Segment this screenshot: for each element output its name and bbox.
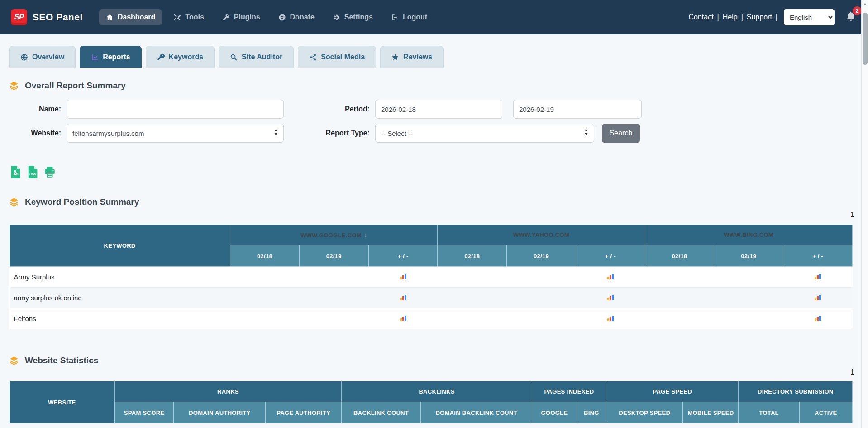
engine-link[interactable]: WWW.GOOGLE.COM <box>300 232 362 239</box>
engine-header-yahoo: WWW.YAHOO.COM <box>438 225 645 245</box>
tab-site-auditor[interactable]: Site Auditor <box>219 46 294 68</box>
main-nav: Dashboard Tools Plugins Donate Settings … <box>99 9 434 25</box>
position-cell <box>299 288 368 308</box>
diff-cell <box>576 267 645 288</box>
page-number[interactable]: 1 <box>850 211 854 218</box>
position-chart-icon[interactable] <box>607 293 614 301</box>
website-statistics-table: WEBSITE RANKS BACKLINKS PAGES INDEXED PA… <box>9 381 853 423</box>
scroll-up-arrow[interactable]: ▲ <box>862 0 868 7</box>
nav-item-logout[interactable]: Logout <box>384 9 434 25</box>
tab-label: Site Auditor <box>242 53 282 61</box>
layers-icon <box>9 197 19 207</box>
chart-line-icon <box>91 53 99 61</box>
search-button[interactable]: Search <box>602 124 640 143</box>
group-header-pages-indexed: PAGES INDEXED <box>532 381 606 402</box>
position-chart-icon[interactable] <box>814 273 821 280</box>
language-select[interactable]: English <box>784 9 835 25</box>
nav-item-plugins[interactable]: Plugins <box>215 9 267 25</box>
date-column-header: 02/18 <box>438 245 507 267</box>
position-cell <box>299 308 368 329</box>
website-statistics-heading: Website Statistics <box>9 356 859 365</box>
tab-label: Reviews <box>403 53 432 61</box>
position-chart-icon[interactable] <box>607 314 614 322</box>
diff-cell <box>368 308 438 329</box>
stat-column-header: SPAM SCORE <box>114 402 173 423</box>
position-cell <box>230 267 300 288</box>
page-scrollbar[interactable]: ▲ <box>861 0 868 428</box>
tab-reviews[interactable]: Reviews <box>380 46 444 68</box>
name-label: Name: <box>0 105 61 113</box>
star-icon <box>391 53 399 61</box>
nav-item-label: Tools <box>185 13 204 21</box>
tab-reports[interactable]: Reports <box>80 46 141 68</box>
scrollbar-thumb[interactable] <box>863 13 868 65</box>
print-button[interactable] <box>43 165 56 179</box>
position-chart-icon[interactable] <box>400 293 407 301</box>
group-header-ranks: RANKS <box>114 381 341 402</box>
nav-item-tools[interactable]: Tools <box>167 9 210 25</box>
diff-cell <box>783 267 853 288</box>
period-from-input[interactable] <box>375 100 502 119</box>
position-chart-icon[interactable] <box>607 273 614 280</box>
link-separator: | <box>741 13 743 21</box>
engine-link[interactable]: WWW.BING.COM <box>724 231 773 238</box>
export-pdf-button[interactable]: P <box>9 165 22 179</box>
report-tabs: Overview Reports Keywords Site Auditor S… <box>9 46 859 68</box>
brand[interactable]: SP SEO Panel <box>11 9 83 25</box>
date-column-header: 02/18 <box>230 245 300 267</box>
keyword-position-table: KEYWORD WWW.GOOGLE.COM↓ WWW.YAHOO.COM WW… <box>9 224 853 329</box>
page-number[interactable]: 1 <box>850 368 854 376</box>
date-column-header: 02/18 <box>645 245 714 267</box>
nav-item-donate[interactable]: Donate <box>272 9 321 25</box>
diff-cell <box>368 288 438 308</box>
website-select[interactable]: feltonsarmysurplus.com <box>67 124 284 143</box>
stat-column-header: DOMAIN AUTHORITY <box>174 402 266 423</box>
position-cell <box>714 288 783 308</box>
position-cell <box>645 288 714 308</box>
position-chart-icon[interactable] <box>814 314 821 322</box>
table-row: Army Surplus <box>10 267 853 288</box>
support-link[interactable]: Support <box>747 13 772 21</box>
period-label: Period: <box>303 105 370 113</box>
sort-desc-icon: ↓ <box>364 231 367 239</box>
nav-item-settings[interactable]: Settings <box>326 9 380 25</box>
layers-icon <box>9 81 19 91</box>
navbar-right: Contact | Help | Support | English 2 <box>688 9 856 25</box>
tab-overview[interactable]: Overview <box>9 46 76 68</box>
stat-column-header: PAGE AUTHORITY <box>266 402 342 423</box>
position-chart-icon[interactable] <box>814 293 821 301</box>
tab-social-media[interactable]: Social Media <box>298 46 376 68</box>
nav-item-label: Dashboard <box>118 13 156 21</box>
export-csv-button[interactable]: CSV <box>26 165 39 179</box>
position-cell <box>714 308 783 329</box>
stat-column-header: DOMAIN BACKLINK COUNT <box>421 402 532 423</box>
link-separator: | <box>776 13 777 21</box>
position-cell <box>230 288 300 308</box>
position-chart-icon[interactable] <box>400 273 407 280</box>
report-type-label: Report Type: <box>303 129 370 137</box>
position-chart-icon[interactable] <box>400 314 407 322</box>
tab-keywords[interactable]: Keywords <box>146 46 215 68</box>
tab-label: Reports <box>103 53 130 61</box>
keyword-position-summary-heading: Keyword Position Summary <box>9 197 859 207</box>
keyword-cell: Army Surplus <box>10 267 230 288</box>
notifications-button[interactable]: 2 <box>845 11 856 24</box>
tab-label: Overview <box>32 53 64 61</box>
engine-link[interactable]: WWW.YAHOO.COM <box>513 231 569 238</box>
nav-item-dashboard[interactable]: Dashboard <box>99 9 162 25</box>
globe-icon <box>20 53 28 61</box>
top-navbar: SP SEO Panel Dashboard Tools Plugins Don… <box>0 0 868 34</box>
brand-name: SEO Panel <box>33 12 83 23</box>
period-to-input[interactable] <box>513 100 642 119</box>
report-type-select[interactable]: -- Select -- <box>375 124 594 143</box>
report-name-input[interactable] <box>67 100 284 119</box>
date-column-header: 02/19 <box>714 245 783 267</box>
export-toolbar: P CSV <box>9 165 868 179</box>
help-link[interactable]: Help <box>723 13 738 21</box>
table-row: Feltons <box>10 308 853 329</box>
stat-column-header: GOOGLE <box>532 402 577 423</box>
keyword-column-header: KEYWORD <box>10 225 230 267</box>
stat-column-header: ACTIVE <box>799 402 852 423</box>
key-icon <box>157 53 165 61</box>
contact-link[interactable]: Contact <box>688 13 713 21</box>
